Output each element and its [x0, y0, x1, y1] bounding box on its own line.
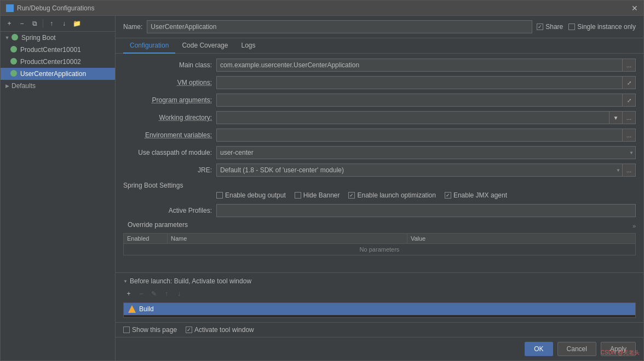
tabs-row: Configuration Code Coverage Logs	[116, 38, 643, 54]
before-launch-list: Build	[123, 302, 636, 318]
ok-button[interactable]: OK	[525, 342, 553, 356]
single-instance-checkbox[interactable]	[568, 24, 575, 30]
hide-banner-label[interactable]: Hide Banner	[295, 191, 340, 199]
no-params-row: No parameters	[124, 244, 636, 255]
share-checkbox[interactable]: ✓	[537, 24, 543, 30]
close-button[interactable]: ✕	[631, 4, 638, 13]
show-page-checkbox[interactable]	[123, 327, 130, 333]
env-vars-browse-button[interactable]: …	[623, 129, 636, 142]
enable-jmx-checkbox[interactable]: ✓	[445, 192, 451, 199]
move-folder-button[interactable]: 📁	[71, 18, 82, 29]
name-row: Name: ✓ Share Single instance only	[116, 16, 643, 38]
tab-code-coverage[interactable]: Code Coverage	[175, 38, 234, 54]
working-dir-dropdown-button[interactable]: ▼	[610, 111, 623, 124]
name-input[interactable]	[147, 20, 532, 33]
main-class-input[interactable]	[216, 59, 623, 72]
tree-group-spring-boot[interactable]: ▼ Spring Boot	[1, 32, 115, 44]
vm-options-input[interactable]	[216, 76, 623, 89]
program-args-input[interactable]	[216, 94, 623, 107]
name-field-label: Name:	[123, 23, 142, 31]
working-dir-label: Working directory:	[123, 114, 216, 121]
enable-debug-checkbox[interactable]	[216, 192, 223, 199]
classpath-module-select[interactable]: user-center	[216, 146, 636, 159]
before-launch-edit-button[interactable]: ✎	[148, 288, 159, 299]
enable-jmx-text: Enable JMX agent	[453, 191, 507, 199]
program-args-input-group: ⤢	[216, 94, 636, 107]
before-launch-down-button[interactable]: ↓	[174, 288, 185, 299]
enable-debug-text: Enable debug output	[225, 191, 286, 199]
tree-item-product-center-1[interactable]: ProductCenter10001	[1, 44, 115, 56]
jre-wrapper: Default (1.8 - SDK of 'user-center' modu…	[216, 164, 623, 177]
title-bar: Run/Debug Configurations ✕	[1, 1, 643, 16]
show-page-label: Show this page	[132, 326, 177, 334]
remove-configuration-button[interactable]: −	[16, 18, 27, 29]
enable-launch-label[interactable]: ✓ Enable launch optimization	[348, 191, 435, 199]
dialog-title: Run/Debug Configurations	[17, 4, 94, 12]
enable-launch-checkbox[interactable]: ✓	[348, 192, 355, 199]
active-profiles-input[interactable]	[216, 204, 636, 217]
enable-launch-text: Enable launch optimization	[357, 191, 435, 199]
activate-tool-checkbox[interactable]: ✓	[186, 327, 192, 333]
run-config-icon-3	[10, 70, 18, 78]
env-vars-row: Environment variables: …	[123, 128, 636, 142]
col-value-header: Value	[407, 234, 635, 244]
jre-label: JRE:	[123, 166, 216, 174]
col-name-header: Name	[168, 234, 407, 244]
right-panel: Name: ✓ Share Single instance only Confi…	[116, 16, 643, 360]
jre-select[interactable]: Default (1.8 - SDK of 'user-center' modu…	[216, 164, 623, 177]
active-profiles-label: Active Profiles:	[123, 207, 216, 214]
program-args-expand-button[interactable]: ⤢	[623, 94, 636, 107]
vm-options-expand-button[interactable]: ⤢	[623, 76, 636, 89]
spring-boot-label: Spring Boot	[21, 34, 56, 42]
cancel-button[interactable]: Cancel	[557, 342, 596, 356]
tab-configuration[interactable]: Configuration	[123, 38, 175, 54]
main-class-input-group: …	[216, 59, 636, 72]
jre-browse-button[interactable]: …	[623, 164, 636, 177]
before-launch-item-build[interactable]: Build	[124, 303, 635, 315]
before-launch-toolbar: + − ✎ ↑ ↓	[123, 288, 636, 299]
working-dir-browse-button[interactable]: …	[623, 111, 636, 124]
tree-item-label-2: ProductCenter10002	[20, 58, 81, 66]
classpath-module-label: Use classpath of module:	[123, 149, 216, 156]
tab-logs[interactable]: Logs	[234, 38, 262, 54]
enable-jmx-label[interactable]: ✓ Enable JMX agent	[445, 191, 507, 199]
before-launch-up-button[interactable]: ↑	[161, 288, 172, 299]
working-dir-row: Working directory: ▼ …	[123, 110, 636, 125]
show-page-checkbox-label[interactable]: Show this page	[123, 326, 177, 334]
before-launch-title: Before launch: Build, Activate tool wind…	[130, 277, 251, 285]
add-configuration-button[interactable]: +	[4, 18, 15, 29]
activate-tool-label: Activate tool window	[194, 326, 254, 334]
tree-arrow-defaults: ▶	[4, 83, 10, 89]
hide-banner-checkbox[interactable]	[295, 192, 301, 199]
main-class-row: Main class: …	[123, 58, 636, 72]
vm-options-row: VM options: ⤢	[123, 75, 636, 90]
program-args-label: Program arguments:	[123, 96, 216, 104]
configuration-tree: ▼ Spring Boot ProductCenter10001 Product…	[1, 32, 115, 360]
move-up-button[interactable]: ↑	[46, 18, 57, 29]
working-dir-input[interactable]	[216, 111, 610, 124]
override-parameters-section: Override parameters » Enabled Name Value	[123, 221, 636, 255]
activate-tool-checkbox-label[interactable]: ✓ Activate tool window	[186, 326, 254, 334]
copy-configuration-button[interactable]: ⧉	[29, 18, 40, 29]
tree-item-user-center[interactable]: UserCenterApplication	[1, 68, 115, 80]
before-launch-add-button[interactable]: +	[123, 288, 134, 299]
move-down-button[interactable]: ↓	[59, 18, 70, 29]
single-instance-label: Single instance only	[577, 23, 636, 31]
tree-item-product-center-2[interactable]: ProductCenter10002	[1, 56, 115, 68]
env-vars-input[interactable]	[216, 129, 623, 142]
single-instance-checkbox-label[interactable]: Single instance only	[568, 23, 636, 31]
classpath-module-wrapper: user-center ▼	[216, 146, 636, 159]
env-vars-input-group: …	[216, 129, 636, 142]
footer: OK Cancel Apply	[116, 337, 643, 360]
expand-override-button[interactable]: »	[633, 223, 636, 229]
main-class-browse-button[interactable]: …	[623, 59, 636, 72]
before-launch-remove-button[interactable]: −	[136, 288, 147, 299]
share-checkbox-label[interactable]: ✓ Share	[537, 23, 563, 31]
vm-options-label: VM options:	[123, 79, 216, 86]
tree-item-defaults[interactable]: ▶ Defaults	[1, 80, 115, 92]
share-options: ✓ Share Single instance only	[537, 23, 636, 31]
defaults-label: Defaults	[12, 82, 36, 90]
enable-debug-label[interactable]: Enable debug output	[216, 191, 286, 199]
before-launch-collapse-arrow[interactable]: ▼	[123, 279, 128, 284]
dialog-icon	[6, 4, 14, 12]
